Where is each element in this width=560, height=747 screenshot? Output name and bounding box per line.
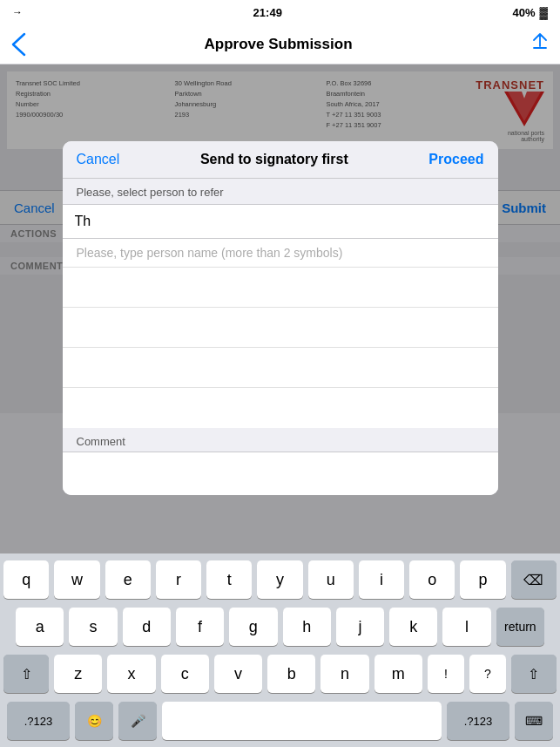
key-keyboard[interactable]: ⌨: [515, 702, 553, 740]
key-x[interactable]: x: [107, 655, 155, 693]
key-u[interactable]: u: [308, 560, 354, 599]
input-hint: Please, type person name (more than 2 sy…: [63, 239, 498, 268]
key-mic[interactable]: 🎤: [118, 702, 157, 740]
key-d[interactable]: d: [123, 608, 171, 646]
key-shift[interactable]: ⇧: [3, 655, 49, 693]
key-b[interactable]: b: [267, 655, 315, 693]
key-numbers-left[interactable]: .?123: [7, 702, 70, 740]
key-o[interactable]: o: [409, 560, 455, 599]
keyboard-row-3: ⇧ z x c v b n m ! ? ⇧: [3, 655, 557, 693]
key-a[interactable]: a: [16, 608, 64, 646]
key-m[interactable]: m: [374, 655, 422, 693]
key-return[interactable]: return: [496, 608, 544, 646]
list-item-3: [63, 348, 498, 388]
key-shift-right[interactable]: ⇧: [511, 655, 557, 693]
key-t[interactable]: t: [206, 560, 252, 599]
key-v[interactable]: v: [214, 655, 262, 693]
person-input-container: [63, 204, 498, 239]
key-numbers-right[interactable]: .?123: [447, 702, 509, 740]
key-f[interactable]: f: [176, 608, 224, 646]
nav-bar: Approve Submission: [0, 24, 560, 65]
key-p[interactable]: p: [460, 560, 505, 599]
modal-title: Send to signatory first: [200, 152, 348, 167]
select-person-label: Please, select person to refer: [63, 179, 498, 204]
key-emoji[interactable]: 😊: [75, 702, 113, 740]
person-name-input[interactable]: [63, 205, 498, 238]
status-right: 40% ▓: [512, 6, 548, 19]
key-h[interactable]: h: [283, 608, 331, 646]
modal-dialog: Cancel Send to signatory first Proceed P…: [63, 141, 498, 495]
battery-percent: 40%: [512, 6, 535, 19]
comment-box[interactable]: [63, 452, 498, 495]
keyboard-bottom-row: .?123 😊 🎤 .?123 ⌨: [3, 702, 557, 740]
key-backspace[interactable]: ⌫: [511, 560, 557, 599]
key-y[interactable]: y: [257, 560, 302, 599]
key-exclaim[interactable]: !: [428, 655, 464, 693]
key-space[interactable]: [162, 702, 442, 740]
list-item-1: [63, 268, 498, 308]
key-n[interactable]: n: [320, 655, 368, 693]
comment-label: Comment: [63, 428, 498, 452]
page-title: Approve Submission: [204, 36, 352, 53]
modal-cancel-button[interactable]: Cancel: [77, 152, 120, 167]
status-time: 21:49: [253, 6, 282, 19]
key-i[interactable]: i: [359, 560, 404, 599]
key-w[interactable]: w: [54, 560, 99, 599]
list-item-4: [63, 388, 498, 428]
list-item-2: [63, 308, 498, 348]
key-k[interactable]: k: [389, 608, 437, 646]
keyboard-row-1: q w e r t y u i o p ⌫: [3, 560, 557, 599]
key-z[interactable]: z: [54, 655, 102, 693]
modal-proceed-button[interactable]: Proceed: [428, 152, 483, 167]
key-c[interactable]: c: [161, 655, 209, 693]
battery-icon: ▓: [540, 6, 548, 19]
back-button[interactable]: [10, 32, 26, 57]
key-j[interactable]: j: [336, 608, 384, 646]
status-arrow: →: [12, 6, 23, 18]
modal-header: Cancel Send to signatory first Proceed: [63, 141, 498, 179]
key-e[interactable]: e: [105, 560, 151, 599]
status-bar: → 21:49 40% ▓: [0, 0, 560, 24]
keyboard: q w e r t y u i o p ⌫ a s d f g h j k l …: [0, 553, 560, 747]
share-icon[interactable]: [530, 32, 550, 56]
key-l[interactable]: l: [442, 608, 490, 646]
key-r[interactable]: r: [156, 560, 201, 599]
comment-section: Comment: [63, 428, 498, 495]
key-question[interactable]: ?: [469, 655, 506, 693]
key-s[interactable]: s: [69, 608, 117, 646]
key-g[interactable]: g: [229, 608, 277, 646]
key-q[interactable]: q: [3, 560, 49, 599]
keyboard-row-2: a s d f g h j k l return: [3, 608, 557, 646]
